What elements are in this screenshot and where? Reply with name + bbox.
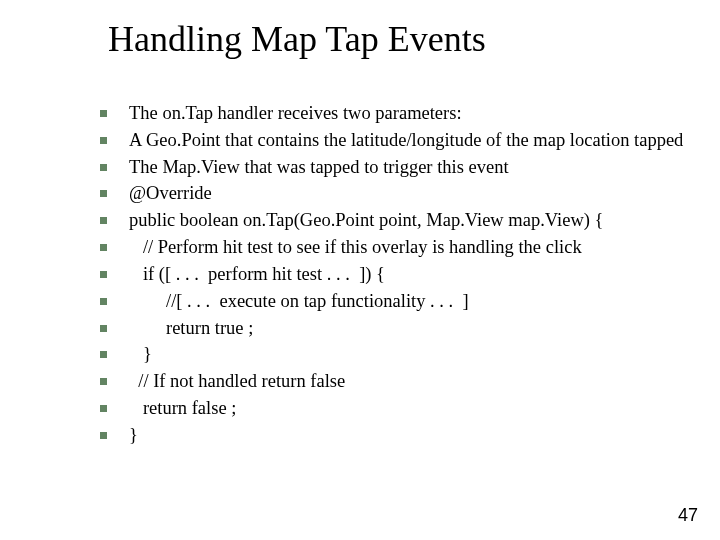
line-text: The on.Tap handler receives two paramete… — [129, 100, 462, 127]
line-text: // Perform hit test to see if this overl… — [129, 234, 582, 261]
line-text: return true ; — [129, 315, 253, 342]
bullet-line: The on.Tap handler receives two paramete… — [100, 100, 690, 127]
line-text: // If not handled return false — [129, 368, 345, 395]
square-bullet-icon — [100, 137, 107, 144]
square-bullet-icon — [100, 432, 107, 439]
square-bullet-icon — [100, 351, 107, 358]
line-text: } — [129, 341, 152, 368]
slide: Handling Map Tap Events The on.Tap handl… — [0, 0, 720, 540]
line-text: The Map.View that was tapped to trigger … — [129, 154, 509, 181]
square-bullet-icon — [100, 244, 107, 251]
line-text: } — [129, 422, 138, 449]
square-bullet-icon — [100, 325, 107, 332]
line-text: if ([ . . . perform hit test . . . ]) { — [129, 261, 385, 288]
line-text: A Geo.Point that contains the latitude/l… — [129, 127, 683, 154]
square-bullet-icon — [100, 217, 107, 224]
square-bullet-icon — [100, 405, 107, 412]
line-text: //[ . . . execute on tap functionality .… — [129, 288, 469, 315]
bullet-line: // If not handled return false — [100, 368, 690, 395]
bullet-line: // Perform hit test to see if this overl… — [100, 234, 690, 261]
bullet-line: A Geo.Point that contains the latitude/l… — [100, 127, 690, 154]
bullet-line: The Map.View that was tapped to trigger … — [100, 154, 690, 181]
bullet-line: } — [100, 422, 690, 449]
square-bullet-icon — [100, 271, 107, 278]
square-bullet-icon — [100, 164, 107, 171]
line-text: public boolean on.Tap(Geo.Point point, M… — [129, 207, 603, 234]
square-bullet-icon — [100, 298, 107, 305]
line-text: @Override — [129, 180, 212, 207]
bullet-line: return true ; — [100, 315, 690, 342]
square-bullet-icon — [100, 110, 107, 117]
slide-body: The on.Tap handler receives two paramete… — [100, 100, 690, 449]
bullet-line: //[ . . . execute on tap functionality .… — [100, 288, 690, 315]
bullet-line: } — [100, 341, 690, 368]
square-bullet-icon — [100, 378, 107, 385]
line-text: return false ; — [129, 395, 236, 422]
bullet-line: public boolean on.Tap(Geo.Point point, M… — [100, 207, 690, 234]
slide-title: Handling Map Tap Events — [108, 18, 486, 60]
bullet-line: @Override — [100, 180, 690, 207]
square-bullet-icon — [100, 190, 107, 197]
bullet-line: return false ; — [100, 395, 690, 422]
page-number: 47 — [678, 505, 698, 526]
bullet-line: if ([ . . . perform hit test . . . ]) { — [100, 261, 690, 288]
